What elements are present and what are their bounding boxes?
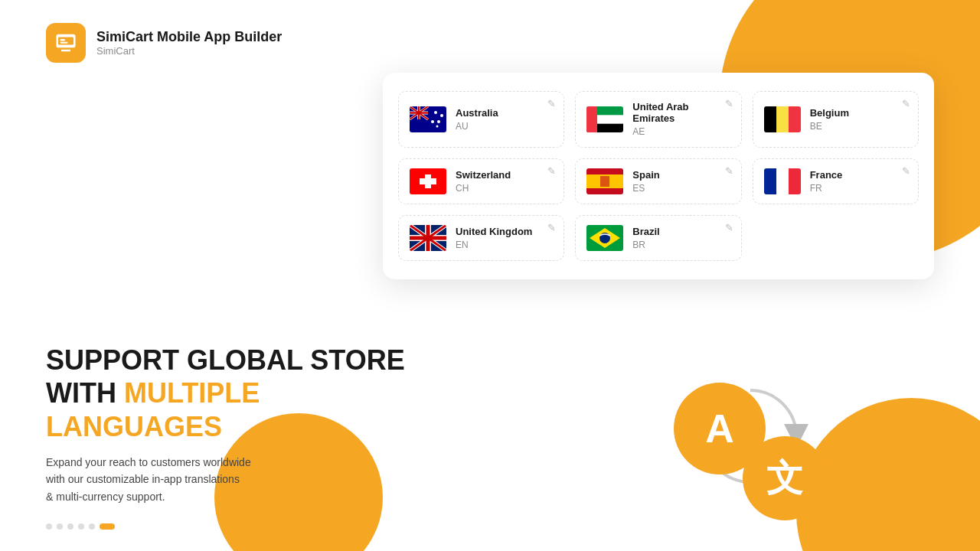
svg-point-16 — [440, 114, 443, 117]
svg-rect-3 — [60, 39, 65, 41]
lang-item-au[interactable]: Australia AU ✎ — [398, 91, 564, 148]
flag-be — [764, 106, 801, 132]
logo-icon — [46, 23, 86, 63]
flag-gb — [410, 225, 446, 251]
lang-name-au: Australia — [456, 107, 498, 119]
lang-code-ch: CH — [456, 183, 469, 194]
svg-point-19 — [436, 126, 439, 128]
lang-name-gb: United Kingdom — [456, 226, 532, 237]
lang-info-be: Belgium BE — [810, 107, 849, 132]
edit-icon-ch[interactable]: ✎ — [547, 165, 556, 177]
lang-code-au: AU — [456, 121, 469, 132]
svg-rect-24 — [764, 106, 776, 132]
edit-icon-gb[interactable]: ✎ — [547, 222, 556, 233]
lang-name-fr: France — [810, 169, 843, 181]
svg-rect-29 — [420, 178, 436, 184]
flag-br — [586, 225, 623, 251]
svg-point-18 — [431, 120, 434, 123]
lang-code-br: BR — [632, 240, 645, 250]
svg-rect-33 — [764, 168, 776, 194]
dot-6-active[interactable] — [100, 523, 115, 530]
lang-item-gb[interactable]: United Kingdom EN ✎ — [398, 215, 564, 261]
lang-name-br: Brazil — [632, 226, 659, 237]
lang-name-es: Spain — [632, 169, 659, 181]
flag-fr — [764, 168, 801, 194]
svg-rect-26 — [789, 106, 801, 132]
headline-line1: SUPPORT GLOBAL STORE — [46, 344, 405, 376]
header: SimiCart Mobile App Builder SimiCart — [46, 23, 282, 63]
translation-visual: A 文 — [658, 367, 827, 520]
dot-1[interactable] — [46, 523, 52, 530]
svg-rect-25 — [776, 106, 789, 132]
svg-rect-34 — [776, 168, 789, 194]
headline-line2-prefix: WITH — [46, 377, 124, 409]
lang-code-es: ES — [632, 183, 645, 194]
lang-item-br[interactable]: Brazil BR ✎ — [575, 215, 741, 261]
simicart-icon — [54, 31, 77, 54]
pagination — [46, 523, 115, 530]
lang-item-ae[interactable]: United Arab Emirates AE ✎ — [575, 91, 741, 148]
edit-icon-au[interactable]: ✎ — [547, 98, 556, 109]
lang-item-be[interactable]: Belgium BE ✎ — [753, 91, 919, 148]
dot-2[interactable] — [57, 523, 63, 530]
lang-code-be: BE — [810, 121, 822, 132]
headline: SUPPORT GLOBAL STORE WITH MULTIPLE LANGU… — [46, 344, 429, 443]
dot-5[interactable] — [89, 523, 95, 530]
lang-code-ae: AE — [632, 126, 645, 137]
flag-au — [410, 106, 446, 132]
svg-point-15 — [434, 111, 437, 114]
lang-item-ch[interactable]: Switzerland CH ✎ — [398, 158, 564, 204]
logo-text: SimiCart Mobile App Builder SimiCart — [96, 29, 282, 57]
svg-point-17 — [437, 120, 440, 123]
edit-icon-be[interactable]: ✎ — [902, 98, 910, 109]
lang-item-es[interactable]: Spain ES ✎ — [575, 158, 741, 204]
app-subtitle: SimiCart — [96, 45, 282, 57]
dot-4[interactable] — [78, 523, 84, 530]
app-name: SimiCart Mobile App Builder — [96, 29, 282, 45]
svg-rect-4 — [60, 42, 68, 44]
lang-name-ae: United Arab Emirates — [632, 101, 730, 124]
language-card: Australia AU ✎ United Arab Emirates AE ✎ — [383, 73, 934, 279]
lang-code-fr: FR — [810, 183, 822, 194]
language-grid: Australia AU ✎ United Arab Emirates AE ✎ — [398, 91, 919, 261]
lang-info-ch: Switzerland CH — [456, 169, 511, 194]
lang-item-fr[interactable]: France FR ✎ — [753, 158, 919, 204]
lang-name-ch: Switzerland — [456, 169, 511, 181]
flag-es — [586, 168, 623, 194]
svg-rect-1 — [61, 50, 71, 52]
lang-info-gb: United Kingdom EN — [456, 226, 532, 251]
edit-icon-es[interactable]: ✎ — [725, 165, 733, 177]
lang-info-ae: United Arab Emirates AE — [632, 101, 730, 138]
lang-name-be: Belgium — [810, 107, 849, 119]
description: Expand your reach to customers worldwide… — [46, 454, 352, 505]
lang-info-br: Brazil BR — [632, 226, 659, 251]
edit-icon-br[interactable]: ✎ — [725, 222, 733, 233]
svg-rect-32 — [600, 176, 609, 187]
bubble-zh: 文 — [743, 436, 827, 520]
dot-3[interactable] — [67, 523, 74, 530]
bottom-section: SUPPORT GLOBAL STORE WITH MULTIPLE LANGU… — [46, 344, 429, 505]
svg-rect-2 — [58, 37, 74, 45]
edit-icon-ae[interactable]: ✎ — [725, 98, 733, 109]
flag-ae — [586, 106, 623, 132]
flag-ch — [410, 168, 446, 194]
lang-info-au: Australia AU — [456, 107, 498, 132]
lang-info-fr: France FR — [810, 169, 843, 194]
svg-rect-23 — [586, 106, 597, 132]
svg-rect-35 — [789, 168, 801, 194]
lang-code-gb: EN — [456, 240, 469, 250]
edit-icon-fr[interactable]: ✎ — [902, 165, 910, 177]
lang-info-es: Spain ES — [632, 169, 659, 194]
